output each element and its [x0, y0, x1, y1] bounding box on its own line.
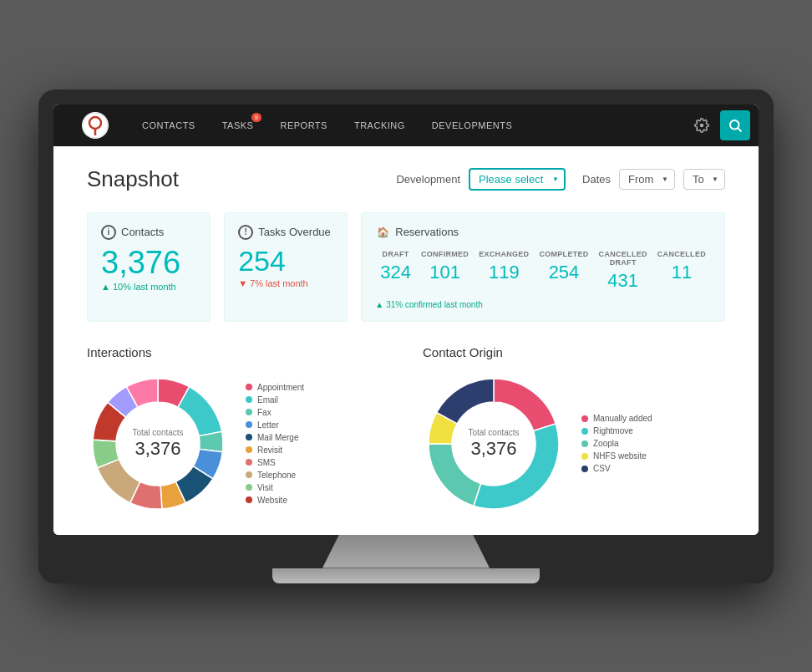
legend-label: Telephone — [257, 471, 296, 480]
development-filter: Development Please select — [396, 168, 566, 191]
contact-origin-center-label: Total contacts — [468, 428, 519, 438]
nav-item-tracking[interactable]: TRACKING — [341, 104, 419, 146]
to-select-wrapper: To — [683, 169, 725, 190]
interactions-center: Total contacts 3,376 — [132, 428, 183, 460]
reservations-icon: 🏠 — [375, 225, 390, 240]
to-select[interactable]: To — [683, 169, 725, 190]
legend-dot — [246, 396, 252, 403]
contact-origin-donut: Total contacts 3,376 — [423, 373, 565, 515]
tasks-title: Tasks Overdue — [258, 226, 331, 238]
dates-filter: Dates From To — [582, 169, 725, 190]
legend-dot — [246, 409, 252, 415]
legend-dot — [246, 484, 252, 491]
legend-item: Letter — [246, 420, 304, 430]
reservations-title: Reservations — [395, 226, 459, 238]
contacts-header: i Contacts — [101, 225, 196, 240]
logo — [82, 112, 109, 139]
legend-label: Mail Merge — [257, 433, 298, 442]
res-footer-icon: ▲ — [375, 300, 383, 309]
nav-item-contacts[interactable]: CONTACTS — [129, 104, 209, 146]
nav-right — [687, 110, 750, 140]
legend-item: Appointment — [246, 383, 304, 392]
legend-dot — [246, 421, 252, 428]
legend-item: Visit — [246, 483, 304, 492]
interactions-section: Interactions Total contacts 3,376 Appoin… — [87, 345, 389, 515]
legend-label: Appointment — [257, 383, 304, 392]
res-completed-value: 254 — [539, 262, 588, 283]
logo-area — [62, 112, 129, 139]
res-confirmed-label: CONFIRMED — [421, 250, 469, 258]
nav-item-reports[interactable]: REPORTS — [266, 104, 340, 146]
legend-label: NHFS website — [593, 451, 647, 461]
main-content: Snapshot Development Please select Dates… — [53, 146, 759, 535]
legend-item: NHFS website — [581, 451, 652, 461]
contacts-value: 3,376 — [101, 247, 196, 278]
res-exchanged-col: EXCHANGED 119 — [474, 247, 534, 295]
nav-item-developments[interactable]: DEVELOPMENTS — [419, 104, 525, 146]
legend-dot — [246, 446, 252, 453]
legend-dot — [246, 459, 252, 466]
interactions-title: Interactions — [87, 345, 389, 359]
contact-origin-title: Contact Origin — [423, 345, 725, 359]
from-select-wrapper: From — [619, 169, 675, 190]
legend-label: Letter — [257, 420, 279, 430]
contacts-title: Contacts — [121, 226, 164, 238]
tasks-card: ! Tasks Overdue 254 ▼ 7% last month — [224, 212, 348, 322]
legend-label: Fax — [257, 408, 272, 417]
legend-dot — [581, 415, 588, 422]
svg-point-3 — [730, 120, 739, 130]
search-button[interactable] — [720, 110, 750, 140]
legend-dot — [246, 434, 252, 440]
development-label: Development — [396, 173, 460, 186]
legend-item: Website — [246, 496, 304, 505]
res-draft-value: 324 — [380, 262, 411, 283]
res-confirmed-value: 101 — [421, 262, 469, 283]
legend-label: Visit — [257, 483, 273, 492]
reservations-footer: ▲ 31% confirmed last month — [375, 300, 711, 309]
legend-item: Email — [246, 395, 304, 405]
tasks-header: ! Tasks Overdue — [238, 225, 333, 240]
res-exchanged-label: EXCHANGED — [479, 250, 529, 258]
nav-item-tasks[interactable]: TASKS 9 — [209, 104, 267, 146]
legend-item: Revisit — [246, 445, 304, 455]
res-confirmed-col: CONFIRMED 101 — [416, 247, 474, 295]
res-exchanged-value: 119 — [479, 262, 529, 283]
header-row: Snapshot Development Please select Dates… — [87, 166, 725, 192]
interactions-center-label: Total contacts — [132, 428, 183, 438]
contacts-icon: i — [101, 225, 116, 240]
from-select[interactable]: From — [619, 169, 675, 190]
legend-label: Website — [257, 496, 287, 505]
nav-links: CONTACTS TASKS 9 REPORTS TRACKING DEVELO… — [129, 104, 687, 146]
reservations-header: 🏠 Reservations — [375, 225, 711, 240]
reservations-table: DRAFT 324 CONFIRMED 101 EXCHANGED 119 — [375, 247, 711, 295]
development-select-wrapper: Please select — [469, 168, 566, 191]
res-cancelled-label: CANCELLED — [657, 250, 706, 258]
development-select[interactable]: Please select — [469, 168, 566, 191]
res-cancelled-draft-label: CANCELLED DRAFT — [599, 250, 647, 267]
res-footer-text: 31% confirmed last month — [386, 300, 483, 309]
reservations-card: 🏠 Reservations DRAFT 324 CONFIRMED 101 — [361, 212, 725, 322]
interactions-chart-container: Total contacts 3,376 AppointmentEmailFax… — [87, 373, 389, 515]
contacts-card: i Contacts 3,376 ▲ 10% last month — [87, 212, 211, 322]
res-completed-col: COMPLETED 254 — [534, 247, 593, 295]
interactions-center-value: 3,376 — [132, 438, 183, 460]
stats-row: i Contacts 3,376 ▲ 10% last month ! Task… — [87, 212, 725, 322]
legend-item: Mail Merge — [246, 433, 304, 442]
legend-item: Rightmove — [581, 426, 652, 435]
res-completed-label: COMPLETED — [539, 250, 588, 258]
legend-item: Telephone — [246, 471, 304, 480]
legend-label: Zoopla — [593, 439, 619, 448]
legend-label: Rightmove — [593, 426, 633, 435]
tasks-value: 254 — [238, 247, 333, 275]
contact-origin-center-value: 3,376 — [468, 438, 519, 460]
legend-dot — [246, 471, 252, 478]
res-cancelled-col: CANCELLED 11 — [652, 247, 711, 295]
legend-dot — [581, 466, 588, 472]
legend-label: Email — [257, 395, 278, 405]
settings-button[interactable] — [687, 110, 717, 140]
monitor-screen: CONTACTS TASKS 9 REPORTS TRACKING DEVELO… — [53, 104, 759, 535]
legend-dot — [246, 384, 252, 390]
legend-dot — [581, 440, 588, 447]
legend-label: SMS — [257, 458, 276, 467]
monitor-base — [272, 568, 540, 583]
